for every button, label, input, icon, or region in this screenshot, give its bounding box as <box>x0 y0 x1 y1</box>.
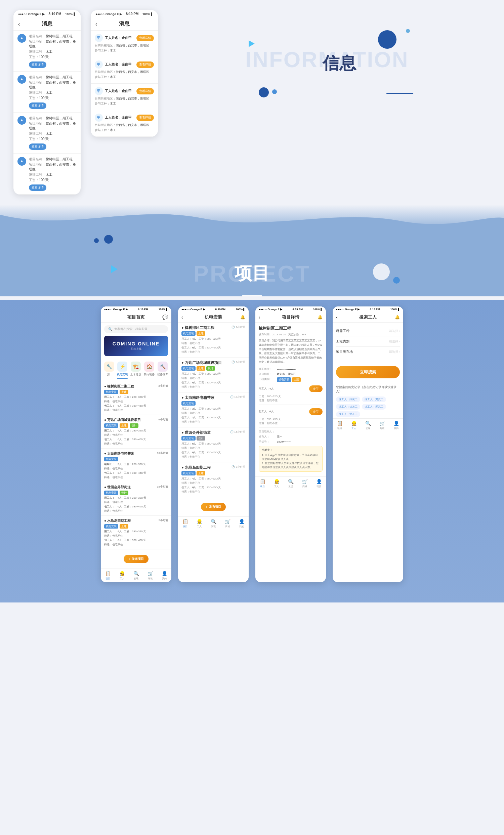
search-worker-icon-right[interactable]: 🔔 <box>395 315 400 320</box>
search-placeholder: 大家都在搜索：机电安装 <box>114 327 147 331</box>
worker-view-btn-4[interactable]: 查看详情 <box>136 115 154 121</box>
worker-view-btn-1[interactable]: 查看详情 <box>136 35 154 41</box>
recent-tag-1[interactable]: 抹工人：抹灰工 <box>336 396 360 402</box>
view-detail-btn-2[interactable]: 查看详情 <box>29 102 46 109</box>
search-nav-project[interactable]: 📋 项目 <box>337 421 343 430</box>
banner-subtitle: 即将上线 <box>108 347 164 351</box>
deco-icon: 🏠 <box>144 362 154 372</box>
list-icon-right[interactable]: 🔔 <box>240 315 245 320</box>
view-detail-btn-4[interactable]: 查看详情 <box>29 184 46 191</box>
publish-plus-icon: + <box>128 557 130 561</box>
view-detail-btn-3[interactable]: 查看详情 <box>29 143 46 150</box>
detail-nav-discover[interactable]: 🔍 发现 <box>288 479 294 488</box>
recent-tag-3[interactable]: 抹工人：抹灰工 <box>336 404 360 410</box>
back-icon-detail[interactable]: ‹ <box>259 314 260 320</box>
detail-meta: 发布时间：2019-01-26 浏览次数：383 <box>259 333 323 337</box>
location-value[interactable]: 请选择 › <box>389 350 400 354</box>
nav-shop[interactable]: 🛒 商城 <box>147 571 153 580</box>
mine-nav-icon: 👤 <box>162 571 167 576</box>
nav-mine[interactable]: 👤 我的 <box>162 571 167 580</box>
detail-icon-right[interactable]: 🔔 <box>318 315 323 320</box>
detail-company: 施工单位： •••••••••••••••••••• <box>259 367 323 371</box>
list-nav-shop[interactable]: 🛒 商城 <box>225 519 230 528</box>
type-label: 工程类别 <box>336 339 349 344</box>
project-label: PROJECT 项目 <box>0 248 504 292</box>
search-submit-btn[interactable]: 立即搜索 <box>336 366 400 378</box>
cat-deco[interactable]: 🏠 装饰装修 <box>144 362 155 379</box>
cat-civil[interactable]: 🏗️ 土木建设 <box>130 362 141 379</box>
banner-title: COMING ONLINE <box>108 341 164 346</box>
underline-deco <box>386 93 413 94</box>
avatar-2: A <box>18 75 26 84</box>
nav-project[interactable]: 📋 项目 <box>105 571 111 580</box>
join-btn-2[interactable]: 参与 <box>309 408 323 415</box>
nav-discover[interactable]: 🔍 发现 <box>134 571 139 580</box>
nav-shop-label: 商城 <box>148 577 153 580</box>
phones-row: ●●●○○ Orange F ▶ 8:19 PM 100% ▌ 项目首页 💬 🔍… <box>10 300 494 582</box>
detail-nav-project[interactable]: 📋 项目 <box>260 479 265 488</box>
bottom-nav-search: 📋 项目 👷 工人 🔍 发现 🛒 商城 👤 我的 <box>332 418 403 432</box>
msg-item-4: A 项目名称：橡树街区二期工程 项目地址：陕西省，西安市，雁塔区 邀请工种：木工… <box>14 154 81 195</box>
project-detail-phone: ●●●○○ Orange F ▶ 8:19 PM 100% ▌ ‹ 项目详情 🔔… <box>255 306 326 582</box>
worker-view-btn-3[interactable]: 查看详情 <box>136 88 154 95</box>
publish-btn-home[interactable]: + 发布项目 <box>124 555 148 563</box>
cat-design[interactable]: 🔧 设计 <box>104 362 114 379</box>
chat-icon[interactable]: 💬 <box>162 314 168 320</box>
list-nav-discover-label: 发现 <box>211 525 216 528</box>
detail-nav-mine[interactable]: 👤 我的 <box>316 479 322 488</box>
cat-electric[interactable]: ⚡ 机电安装 <box>117 362 128 379</box>
wave-project-section: PROJECT 项目 <box>0 205 504 297</box>
list-nav-mine[interactable]: 👤 我的 <box>239 519 245 528</box>
cat-electric-label: 机电安装 <box>117 373 128 376</box>
worker-view-btn-2[interactable]: 查看详情 <box>136 61 154 68</box>
cat-repair[interactable]: 🔨 维修保养 <box>157 362 168 379</box>
list-proj-nav-icon: 📋 <box>182 519 188 524</box>
back-icon[interactable]: ‹ <box>18 21 20 27</box>
cat-civil-label: 土木建设 <box>130 373 141 376</box>
detail-nav-worker[interactable]: 👷 工人 <box>274 479 280 488</box>
recent-tag-2[interactable]: 抹工人：泥瓦工 <box>362 396 386 402</box>
recent-tag-4[interactable]: 抹工人：泥瓦工 <box>362 404 386 410</box>
back-icon-search[interactable]: ‹ <box>336 314 338 320</box>
search-nav-worker[interactable]: 👷 工人 <box>351 421 357 430</box>
tag-civil: 土建 <box>120 390 128 394</box>
detail-nav-shop[interactable]: 🛒 商城 <box>302 479 308 488</box>
cat-design-label: 设计 <box>106 373 112 376</box>
info-section: INFORMATION 信息 <box>168 10 490 124</box>
publish-btn-list[interactable]: + 发布项目 <box>201 503 225 511</box>
join-btn-1[interactable]: 参与 <box>309 385 323 392</box>
list-shop-icon: 🛒 <box>225 519 230 524</box>
list-nav-project-label: 项目 <box>183 525 187 528</box>
list-nav-worker[interactable]: 👷 工人 <box>197 519 202 528</box>
nav-mine-label: 我的 <box>162 577 167 580</box>
search-bar[interactable]: 🔍 大家都在搜索：机电安装 <box>104 325 168 333</box>
message-phone-2: ●●●○○ Orange F ▶ 8:19 PM 100% ▌ ‹ 消息 甲 工… <box>91 10 158 137</box>
list-worker-icon: 👷 <box>197 519 202 524</box>
home-proj-3: ● 太白南路电箱整改 10小时前 机电安装 电焊工：3人 工资：280~320/… <box>101 449 172 482</box>
list-nav-project[interactable]: 📋 项目 <box>182 519 188 528</box>
discover-nav-icon: 🔍 <box>134 571 139 576</box>
skill-value[interactable]: 请选择 › <box>389 329 400 333</box>
nav-worker[interactable]: 👷 工人 <box>119 571 125 580</box>
back-icon-2[interactable]: ‹ <box>96 21 97 27</box>
msg-item-2: A 项目名称：橡树街区二期工程 项目地址：陕西省，西安市，雁塔区 邀请工种：木工… <box>14 72 81 113</box>
search-nav-mine[interactable]: 👤 我的 <box>394 421 399 430</box>
type-value[interactable]: 请选择 › <box>389 339 400 344</box>
home-proj-5-tags: 机电安装 土建 <box>104 524 168 529</box>
view-detail-btn-1[interactable]: 查看详情 <box>29 61 46 68</box>
worker-avatar-1: 甲 <box>95 34 103 42</box>
search-nav-shop[interactable]: 🛒 商城 <box>379 421 385 430</box>
home-proj-1-title: ● 橡树街区二期工程 2小时前 <box>104 384 168 389</box>
back-icon-list[interactable]: ‹ <box>181 314 183 320</box>
cat-active-indicator <box>117 378 128 379</box>
sp-header-home: 项目首页 💬 <box>101 312 172 323</box>
home-proj-1-tags: 机电安装 土建 <box>104 390 168 394</box>
med-dot-left <box>259 87 269 98</box>
recent-tag-5[interactable]: 抹工人：泥瓦工 <box>336 411 360 417</box>
project-circle-white <box>373 263 390 280</box>
civil-icon: 🏗️ <box>131 362 141 372</box>
list-nav-discover[interactable]: 🔍 发现 <box>211 519 216 528</box>
detail-contract: 包工人：6人 参与 工资：330~450/天 待遇：包吃不住 <box>259 407 323 428</box>
search-nav-discover[interactable]: 🔍 发现 <box>365 421 371 430</box>
bottom-nav-list: 📋 项目 👷 工人 🔍 发现 🛒 商城 👤 我的 <box>178 516 249 530</box>
